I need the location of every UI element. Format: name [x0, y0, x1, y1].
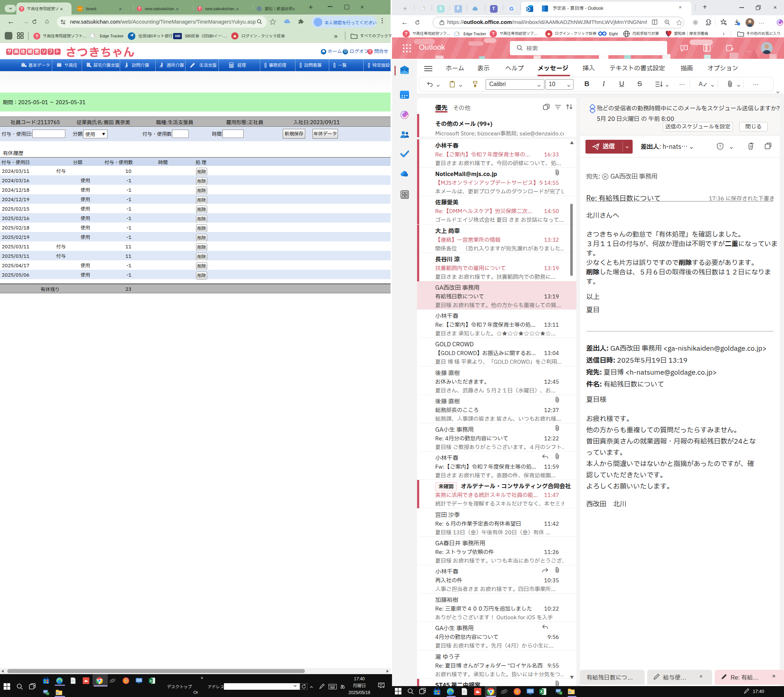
svg-text:X: X [150, 679, 152, 683]
svg-text:?: ? [719, 143, 721, 150]
svg-text:X: X [540, 690, 543, 694]
svg-text:A: A [699, 81, 703, 87]
svg-text:x: x [47, 693, 48, 695]
